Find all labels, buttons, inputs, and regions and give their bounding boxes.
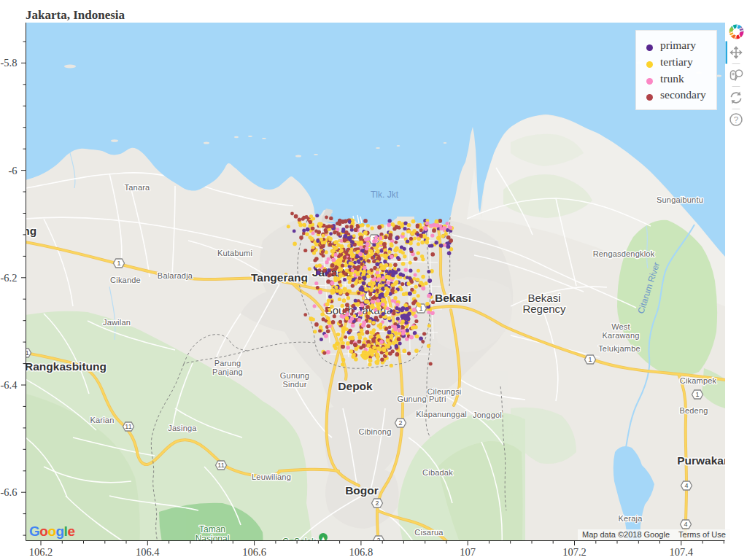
svg-text:Karawang: Karawang (602, 331, 639, 340)
svg-text:Taman: Taman (199, 524, 225, 534)
svg-text:-6.2: -6.2 (1, 272, 18, 284)
svg-text:Tlk. Jkt: Tlk. Jkt (371, 190, 399, 200)
svg-text:2: 2 (375, 499, 379, 507)
svg-text:Cikampek: Cikampek (680, 376, 717, 385)
svg-text:11: 11 (217, 462, 224, 469)
svg-text:Cibinong: Cibinong (358, 427, 391, 436)
svg-text:107: 107 (460, 546, 476, 558)
svg-text:Serang: Serang (0, 225, 36, 237)
svg-text:Parung: Parung (214, 359, 241, 368)
svg-text:Gunung Putri: Gunung Putri (397, 394, 446, 403)
svg-text:-5.8: -5.8 (1, 57, 18, 69)
svg-text:Rangkasbitung: Rangkasbitung (25, 360, 107, 373)
svg-text:Balaradja: Balaradja (158, 271, 193, 280)
svg-text:Purwakarta: Purwakarta (677, 454, 738, 467)
svg-text:106.2: 106.2 (29, 546, 53, 558)
svg-text:Bedeng: Bedeng (679, 406, 708, 415)
svg-text:Nasional: Nasional (196, 534, 230, 544)
svg-text:Cikande: Cikande (110, 276, 141, 284)
svg-text:Karian: Karian (90, 416, 115, 424)
svg-text:1: 1 (695, 391, 699, 398)
svg-text:Kutabumi: Kutabumi (217, 249, 252, 257)
svg-text:Jawilan: Jawilan (103, 318, 131, 327)
svg-text:Jasinga: Jasinga (168, 424, 197, 432)
svg-text:?: ? (734, 115, 738, 124)
svg-text:106.6: 106.6 (242, 546, 266, 558)
svg-text:Bekasi: Bekasi (435, 292, 471, 304)
svg-text:2: 2 (398, 419, 402, 427)
svg-text:107.4: 107.4 (669, 546, 693, 558)
svg-text:Bogor: Bogor (345, 484, 379, 497)
svg-text:Gunung: Gunung (280, 371, 309, 380)
svg-text:Cisarua: Cisarua (414, 528, 444, 537)
svg-text:1: 1 (117, 260, 120, 267)
svg-text:Depok: Depok (338, 380, 373, 392)
svg-text:11: 11 (125, 423, 131, 430)
svg-text:Panjang: Panjang (212, 368, 243, 376)
svg-text:Klapanunggal: Klapanunggal (416, 410, 467, 419)
svg-text:-6.4: -6.4 (1, 379, 18, 391)
svg-text:Telukjambe: Telukjambe (598, 344, 640, 353)
svg-text:Sindur: Sindur (283, 380, 307, 389)
svg-text:4: 4 (684, 482, 688, 489)
svg-text:106.4: 106.4 (136, 546, 160, 558)
svg-text:-6.6: -6.6 (1, 486, 18, 498)
svg-text:Cibadak: Cibadak (422, 468, 453, 477)
svg-text:107.2: 107.2 (562, 546, 587, 558)
svg-text:Tangerang: Tangerang (251, 271, 308, 284)
svg-text:Jonggol: Jonggol (473, 411, 502, 419)
svg-text:Leuwiliang: Leuwiliang (252, 472, 291, 481)
svg-text:4: 4 (684, 521, 687, 528)
svg-text:Regency: Regency (522, 303, 566, 315)
svg-text:Sungaibuntu: Sungaibuntu (657, 195, 703, 204)
svg-text:1: 1 (588, 356, 592, 363)
svg-text:Keraja: Keraja (619, 514, 643, 523)
svg-text:G. Salak: G. Salak (282, 537, 317, 547)
svg-text:West: West (611, 322, 630, 331)
svg-text:Rengasdengklok: Rengasdengklok (593, 249, 655, 258)
svg-text:-6: -6 (8, 165, 17, 176)
svg-text:106.8: 106.8 (349, 546, 374, 558)
svg-text:Tanara: Tanara (125, 183, 151, 192)
